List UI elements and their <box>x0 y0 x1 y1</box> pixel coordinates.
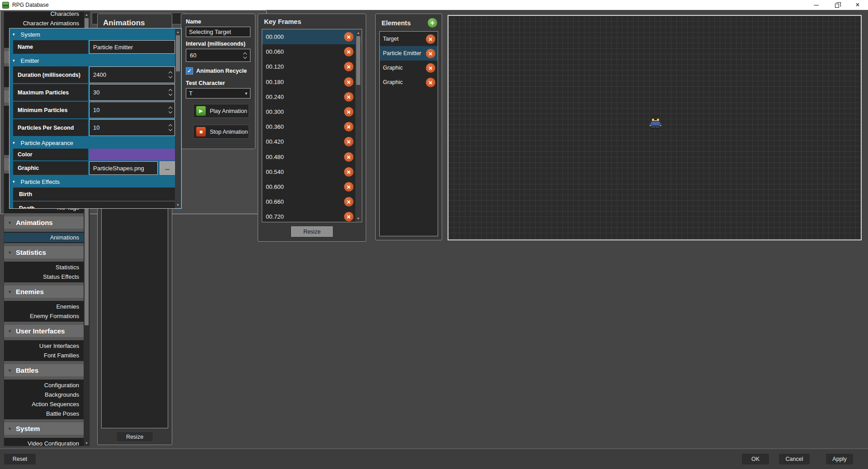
close-button[interactable]: × <box>847 0 868 10</box>
spin-down-icon[interactable] <box>243 55 247 58</box>
keyframe-row[interactable]: 00.600 × <box>262 179 362 194</box>
sidebar-item[interactable]: Backgrounds <box>4 390 84 399</box>
interval-spinners[interactable] <box>244 53 246 58</box>
delete-keyframe-button[interactable]: × <box>344 32 354 42</box>
animation-recycle-row[interactable]: ✓ Animation Recycle <box>186 67 250 75</box>
restore-button[interactable] <box>826 0 847 10</box>
sidebar-section-enemies[interactable]: ▾Enemies <box>4 286 84 298</box>
graphic-file-input[interactable] <box>90 165 157 172</box>
element-name-input[interactable] <box>90 44 175 51</box>
keyframe-row[interactable]: 00.540 × <box>262 164 362 179</box>
sidebar-section-animations[interactable]: ▾Animations <box>4 216 84 229</box>
delete-element-button[interactable]: × <box>426 78 435 87</box>
interval-stepper[interactable] <box>186 49 250 62</box>
keyframe-row[interactable]: 00.360 × <box>262 119 362 134</box>
scroll-down-button[interactable]: ▼ <box>85 441 88 445</box>
keyframe-row[interactable]: 00.720 × <box>262 209 362 222</box>
sidebar-section-statistics[interactable]: ▾Statistics <box>4 246 84 258</box>
element-row[interactable]: Particle Emitter × <box>380 46 438 61</box>
delete-keyframe-button[interactable]: × <box>344 137 354 146</box>
browse-graphic-button[interactable]: ... <box>160 161 175 175</box>
keyframe-row[interactable]: 00.120 × <box>262 59 362 74</box>
max-particles-spinners[interactable] <box>166 84 175 100</box>
delete-keyframe-button[interactable]: × <box>344 62 354 71</box>
scroll-up-button[interactable]: ▲ <box>85 13 88 17</box>
keyframe-row[interactable]: 00.480 × <box>262 150 362 164</box>
cancel-button[interactable]: Cancel <box>778 453 810 465</box>
sidebar-item[interactable]: Character Animations <box>4 19 84 28</box>
sidebar-item[interactable]: Enemy Formations <box>4 311 84 321</box>
keyframe-row[interactable]: 00.180 × <box>262 75 362 89</box>
sidebar-item[interactable]: Font Families <box>4 351 84 360</box>
scroll-thumb[interactable] <box>176 35 180 71</box>
keyframe-row[interactable]: 00.060 × <box>262 44 362 59</box>
sidebar-item[interactable]: Status Effects <box>4 272 84 281</box>
sidebar-item[interactable]: Video Configuration <box>4 439 84 446</box>
element-row[interactable]: Graphic × <box>380 75 438 89</box>
delete-element-button[interactable]: × <box>426 34 435 44</box>
animation-canvas[interactable] <box>448 15 862 240</box>
keyframes-resize-button[interactable]: Resize <box>291 226 333 237</box>
property-grid-scrollbar[interactable]: ▲ ▼ <box>175 29 181 208</box>
sidebar-section-user-interfaces[interactable]: ▾User Interfaces <box>4 325 84 337</box>
animation-recycle-checkbox[interactable]: ✓ <box>186 67 193 75</box>
sidebar-item[interactable]: Battle Poses <box>4 409 84 418</box>
sidebar-item[interactable]: Action Sequences <box>4 399 84 409</box>
sidebar-item[interactable]: Enemies <box>4 302 84 311</box>
particles-per-second-input[interactable] <box>90 124 175 131</box>
stop-animation-button[interactable]: ■ Stop Animation <box>193 125 249 139</box>
group-particle-effects[interactable]: ▾ Particle Effects <box>9 176 181 188</box>
spin-down-icon[interactable] <box>169 92 172 96</box>
animation-name-input[interactable] <box>186 27 250 37</box>
sidebar-item[interactable]: Configuration <box>4 380 84 390</box>
add-element-button[interactable]: + <box>428 18 437 28</box>
delete-keyframe-button[interactable]: × <box>344 197 354 206</box>
scroll-thumb[interactable] <box>356 36 360 85</box>
element-row[interactable]: Graphic × <box>380 61 438 75</box>
delete-keyframe-button[interactable]: × <box>344 107 354 117</box>
property-row-death[interactable]: Death <box>13 202 175 209</box>
delete-keyframe-button[interactable]: × <box>344 47 354 56</box>
delete-keyframe-button[interactable]: × <box>344 77 354 87</box>
delete-element-button[interactable]: × <box>426 63 435 73</box>
delete-keyframe-button[interactable]: × <box>344 152 354 162</box>
delete-element-button[interactable]: × <box>426 49 435 58</box>
particles-per-second-spinners[interactable] <box>166 120 175 136</box>
max-particles-input[interactable] <box>90 89 175 96</box>
reset-button[interactable]: Reset <box>4 453 36 465</box>
delete-keyframe-button[interactable]: × <box>344 122 354 131</box>
particle-color-swatch[interactable] <box>89 149 175 160</box>
min-particles-input[interactable] <box>90 107 175 113</box>
spin-down-icon[interactable] <box>169 110 172 113</box>
keyframe-row[interactable]: 00.420 × <box>262 134 362 149</box>
property-row-birth[interactable]: Birth <box>13 188 175 201</box>
duration-spinners[interactable] <box>166 67 175 83</box>
test-character-select[interactable]: T ▾ <box>186 88 250 98</box>
min-particles-spinners[interactable] <box>166 102 175 118</box>
delete-keyframe-button[interactable]: × <box>344 92 354 102</box>
group-system[interactable]: ▾ System <box>9 28 181 40</box>
sidebar-item[interactable]: Statistics <box>4 263 84 272</box>
scroll-down-button[interactable]: ▼ <box>357 216 360 220</box>
play-animation-button[interactable]: ▶ Play Animation <box>193 104 249 118</box>
group-emitter[interactable]: ▾ Emitter <box>9 55 181 66</box>
keyframes-scrollbar[interactable]: ▲ ▼ <box>355 30 361 221</box>
sidebar-item[interactable]: Characters <box>4 12 84 19</box>
element-row[interactable]: Target × <box>380 32 438 46</box>
duration-input[interactable] <box>90 71 175 78</box>
keyframe-row[interactable]: 00.240 × <box>262 89 362 104</box>
keyframe-row[interactable]: 00.300 × <box>262 104 362 119</box>
sidebar-section-battles[interactable]: ▾Battles <box>4 364 84 376</box>
delete-keyframe-button[interactable]: × <box>344 167 354 177</box>
spin-down-icon[interactable] <box>169 127 172 131</box>
keyframe-row[interactable]: 00.660 × <box>262 194 362 209</box>
scroll-up-button[interactable]: ▲ <box>176 30 179 34</box>
sidebar-item[interactable]: User Interfaces <box>4 341 84 351</box>
interval-input[interactable] <box>186 52 244 59</box>
group-particle-appearance[interactable]: ▾ Particle Appearance <box>9 137 181 149</box>
scroll-up-button[interactable]: ▲ <box>357 31 360 35</box>
keyframe-row[interactable]: 00.000 × <box>262 29 362 44</box>
scroll-down-button[interactable]: ▼ <box>176 203 179 207</box>
animations-resize-button[interactable]: Resize <box>116 431 153 442</box>
sidebar-section-system[interactable]: ▾System <box>4 422 84 435</box>
